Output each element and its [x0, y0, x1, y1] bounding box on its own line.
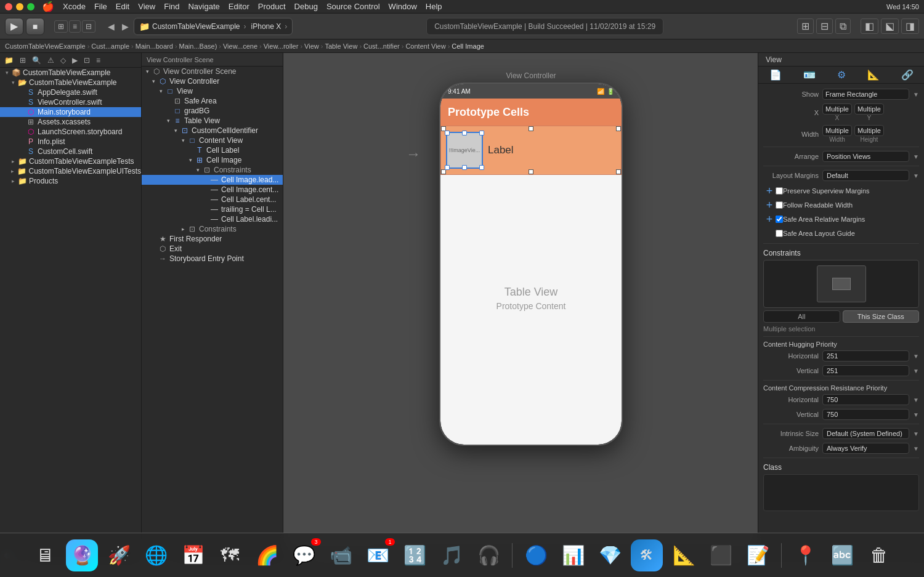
nav-item-appdelegate[interactable]: S AppDelegate.swift [0, 87, 141, 97]
hugging-vert-value[interactable]: 251 [822, 365, 909, 376]
scheme-selector[interactable]: 📁 CustomTableViewExample › iPhone X › [134, 18, 293, 35]
nav-item-customcell[interactable]: S CustomCell.swift [0, 147, 141, 156]
hide-debug-btn[interactable]: ⬕ [881, 18, 899, 34]
nav-item-assets[interactable]: ⊞ Assets.xcassets [0, 117, 141, 127]
nav-item-group[interactable]: ▾ 📂 CustomTableViewExample [0, 78, 141, 87]
breadcrumb-item[interactable]: Cust...ntifier [363, 42, 400, 50]
dock-facetime[interactable]: 📹 [325, 539, 357, 571]
dock-trash[interactable]: 🗑 [863, 539, 895, 571]
forward-button[interactable]: ▶ [120, 20, 131, 33]
ambiguity-value[interactable]: Always Verify [822, 443, 909, 454]
inspector-tab-identity[interactable]: 🪪 [800, 68, 819, 82]
version-editor-btn[interactable]: ⧉ [835, 18, 851, 34]
dock-keynote[interactable]: 📊 [557, 539, 589, 571]
dock-spotify[interactable]: 🎧 [472, 539, 505, 571]
standard-editor-btn[interactable]: ⊞ [797, 18, 814, 34]
compression-horiz-value[interactable]: 750 [822, 394, 909, 405]
y-value[interactable]: Multiple [854, 103, 884, 115]
cell-image-view[interactable]: !!ImageVie... [446, 132, 483, 169]
cell-text-label[interactable]: Label [488, 144, 514, 156]
height-value[interactable]: Multiple [854, 125, 884, 136]
maximize-button[interactable] [27, 3, 34, 10]
dock-finder[interactable]: 🖥 [29, 539, 61, 571]
breadcrumb-item[interactable]: View...roller [264, 42, 299, 50]
dock-calendar[interactable]: 📅 [177, 539, 209, 571]
dock-instruments[interactable]: 📐 [668, 539, 700, 571]
outline-cell-image[interactable]: ▾ ⊞ Cell Image [142, 155, 283, 165]
nav-tab-issues[interactable]: ⚠ [46, 55, 56, 65]
assistant-editor-btn[interactable]: ⊟ [816, 18, 833, 34]
dock-maps[interactable]: 🗺 [214, 539, 246, 571]
preserve-superview-plus[interactable]: + [763, 185, 776, 197]
outline-cell-label-lead[interactable]: — Cell Label.leadi... [142, 214, 283, 224]
nav-item-mainstoryboard[interactable]: ⬡ Main.storyboard [0, 107, 141, 117]
outline-constraints2[interactable]: ▸ ⊡ Constraints [142, 224, 283, 234]
minimize-button[interactable] [16, 3, 23, 10]
outline-content-view[interactable]: ▾ □ Content View [142, 135, 283, 145]
menu-source-control[interactable]: Source Control [326, 2, 380, 11]
toggle-navigator[interactable]: ⊞ [54, 20, 68, 33]
prototype-cell[interactable]: !!ImageVie... [440, 126, 622, 175]
nav-item-products[interactable]: ▸ 📁 Products [0, 176, 141, 186]
show-select[interactable]: Frame Rectangle [822, 89, 909, 100]
breadcrumb-item[interactable]: Main...board [136, 42, 173, 50]
outline-cell-image-cent[interactable]: — Cell Image.cent... [142, 185, 283, 195]
outline-tableview[interactable]: ▾ ≡ Table View [142, 116, 283, 126]
arrange-value[interactable]: Position Views [822, 151, 909, 162]
outline-cell-label[interactable]: T Cell Label [142, 145, 283, 155]
size-class-all[interactable]: All [763, 310, 840, 323]
dock-terminal[interactable]: ⬛ [705, 539, 737, 571]
inspector-tab-file[interactable]: 📄 [766, 68, 785, 82]
hide-inspector-btn[interactable]: ◨ [901, 18, 919, 34]
compression-vert-value[interactable]: 750 [822, 409, 909, 420]
menu-xcode[interactable]: Xcode [63, 2, 86, 11]
safe-area-relative-plus[interactable]: + [763, 213, 776, 225]
outline-entry-point[interactable]: → Storyboard Entry Point [142, 254, 283, 264]
follow-readable-plus[interactable]: + [763, 199, 776, 211]
outline-trailing[interactable]: — trailing = Cell L... [142, 204, 283, 214]
toggle-inspector[interactable]: ⊟ [82, 20, 95, 33]
breadcrumb-item[interactable]: Cell Image [452, 42, 484, 50]
canvas[interactable]: → View Controller 9:41 AM 📶 🔋 [283, 53, 758, 563]
stop-button[interactable]: ■ [26, 18, 44, 35]
outline-customcell[interactable]: ▾ ⊡ CustomCellIdentifier [142, 126, 283, 135]
width-value[interactable]: Multiple [822, 125, 852, 136]
size-class-this[interactable]: This Size Class [843, 310, 920, 323]
dock-location[interactable]: 📍 [789, 539, 821, 571]
inspector-tab-connections[interactable]: 🔗 [898, 68, 917, 82]
breadcrumb-item[interactable]: CustomTableViewExample [5, 42, 86, 50]
nav-item-tests[interactable]: ▸ 📁 CustomTableViewExampleTests [0, 156, 141, 166]
follow-readable-checkbox[interactable] [776, 201, 783, 209]
layout-margins-value[interactable]: Default [822, 170, 909, 181]
traffic-lights[interactable] [5, 3, 34, 10]
nav-tab-tests[interactable]: ◇ [59, 55, 68, 65]
dock-sublime[interactable]: 📝 [742, 539, 774, 571]
hugging-horiz-value[interactable]: 251 [822, 350, 909, 361]
outline-cell-image-lead[interactable]: — Cell Image.lead... [142, 175, 283, 185]
menu-editor[interactable]: Editor [229, 2, 249, 11]
preserve-superview-checkbox[interactable] [776, 187, 783, 195]
breadcrumb-item[interactable]: Table View [325, 42, 357, 50]
dock-photos[interactable]: 🌈 [251, 539, 283, 571]
nav-item-launchscreen[interactable]: ⬡ LaunchScreen.storyboard [0, 127, 141, 137]
safe-area-guide-checkbox[interactable] [776, 230, 783, 237]
outline-constraints[interactable]: ▾ ⊡ Constraints [142, 165, 283, 175]
dock-launchpad[interactable]: 🚀 [103, 539, 135, 571]
nav-tab-breakpoints[interactable]: ⊡ [82, 55, 92, 65]
dock-font-book[interactable]: 🔤 [826, 539, 858, 571]
outline-safe-area[interactable]: ⊡ Safe Area [142, 96, 283, 106]
outline-view[interactable]: ▾ □ View [142, 86, 283, 96]
dock-numbers[interactable]: 🔢 [399, 539, 431, 571]
menu-file[interactable]: File [94, 2, 107, 11]
menu-window[interactable]: Window [389, 2, 417, 11]
menu-edit[interactable]: Edit [116, 2, 129, 11]
menu-debug[interactable]: Debug [294, 2, 318, 11]
nav-tab-reports[interactable]: ≡ [94, 55, 102, 65]
safe-area-relative-checkbox[interactable] [776, 216, 783, 223]
menu-view[interactable]: View [138, 2, 155, 11]
menu-help[interactable]: Help [426, 2, 442, 11]
intrinsic-size-value[interactable]: Default (System Defined) [822, 428, 909, 439]
breadcrumb-item[interactable]: Content View [405, 42, 445, 50]
dock-chrome[interactable]: 🔵 [520, 539, 552, 571]
outline-vc[interactable]: ▾ ⬡ View Controller [142, 76, 283, 86]
